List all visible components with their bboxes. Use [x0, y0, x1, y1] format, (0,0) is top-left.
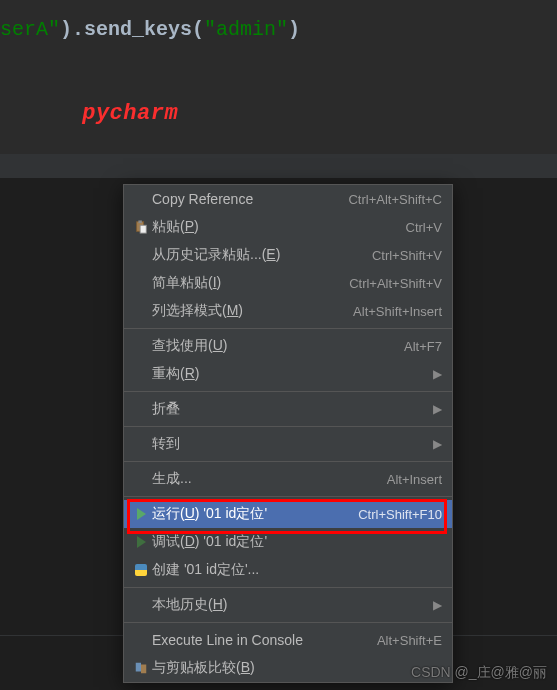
menu-shortcut: Alt+Insert — [387, 472, 442, 487]
menu-shortcut: Alt+Shift+Insert — [353, 304, 442, 319]
svg-rect-4 — [141, 665, 146, 674]
menu-copy-reference[interactable]: Copy Reference Ctrl+Alt+Shift+C — [124, 185, 452, 213]
annotation-text: pycharm — [0, 101, 557, 126]
menu-local-history[interactable]: 本地历史(H) ▶ — [124, 591, 452, 619]
menu-paste[interactable]: 粘贴(P) Ctrl+V — [124, 213, 452, 241]
menu-label: 列选择模式(M) — [152, 302, 343, 320]
menu-label: 生成... — [152, 470, 377, 488]
menu-label: 粘贴(P) — [152, 218, 396, 236]
debug-icon — [130, 536, 152, 548]
menu-label: 从历史记录粘贴...(E) — [152, 246, 362, 264]
menu-separator — [124, 587, 452, 588]
menu-label: 创建 '01 id定位'... — [152, 561, 442, 579]
paste-icon — [130, 220, 152, 234]
menu-label: 运行(U) '01 id定位' — [152, 505, 348, 523]
menu-shortcut: Ctrl+Alt+Shift+C — [348, 192, 442, 207]
menu-label: 与剪贴板比较(B) — [152, 659, 442, 677]
menu-label: Copy Reference — [152, 191, 338, 207]
svg-rect-1 — [138, 220, 142, 223]
menu-folding[interactable]: 折叠 ▶ — [124, 395, 452, 423]
editor-code-area[interactable]: serA").send_keys("admin") pycharm — [0, 0, 557, 154]
chevron-right-icon: ▶ — [433, 402, 442, 416]
watermark: CSDN @_庄@雅@丽 — [411, 664, 547, 682]
menu-label: 查找使用(U) — [152, 337, 394, 355]
menu-paste-from-history[interactable]: 从历史记录粘贴...(E) Ctrl+Shift+V — [124, 241, 452, 269]
menu-run[interactable]: 运行(U) '01 id定位' Ctrl+Shift+F10 — [124, 500, 452, 528]
chevron-right-icon: ▶ — [433, 367, 442, 381]
menu-separator — [124, 328, 452, 329]
menu-separator — [124, 391, 452, 392]
menu-shortcut: Ctrl+V — [406, 220, 442, 235]
separator-band — [0, 154, 557, 178]
menu-label: 简单粘贴(I) — [152, 274, 339, 292]
menu-find-usages[interactable]: 查找使用(U) Alt+F7 — [124, 332, 452, 360]
svg-rect-2 — [140, 225, 146, 233]
svg-rect-3 — [136, 663, 141, 672]
chevron-right-icon: ▶ — [433, 598, 442, 612]
code-line: serA").send_keys("admin") — [0, 18, 557, 41]
menu-debug[interactable]: 调试(D) '01 id定位' — [124, 528, 452, 556]
python-icon — [130, 564, 152, 576]
menu-label: 折叠 — [152, 400, 425, 418]
menu-shortcut: Ctrl+Alt+Shift+V — [349, 276, 442, 291]
menu-goto[interactable]: 转到 ▶ — [124, 430, 452, 458]
chevron-right-icon: ▶ — [433, 437, 442, 451]
menu-create-run-config[interactable]: 创建 '01 id定位'... — [124, 556, 452, 584]
compare-clipboard-icon — [130, 661, 152, 675]
menu-execute-line-console[interactable]: Execute Line in Console Alt+Shift+E — [124, 626, 452, 654]
menu-separator — [124, 461, 452, 462]
menu-column-selection[interactable]: 列选择模式(M) Alt+Shift+Insert — [124, 297, 452, 325]
context-menu: Copy Reference Ctrl+Alt+Shift+C 粘贴(P) Ct… — [123, 184, 453, 683]
menu-label: Execute Line in Console — [152, 632, 367, 648]
menu-generate[interactable]: 生成... Alt+Insert — [124, 465, 452, 493]
menu-label: 本地历史(H) — [152, 596, 425, 614]
menu-compare-clipboard[interactable]: 与剪贴板比较(B) — [124, 654, 452, 682]
menu-label: 转到 — [152, 435, 425, 453]
menu-shortcut: Alt+F7 — [404, 339, 442, 354]
menu-shortcut: Ctrl+Shift+F10 — [358, 507, 442, 522]
play-icon — [130, 508, 152, 520]
menu-paste-simple[interactable]: 简单粘贴(I) Ctrl+Alt+Shift+V — [124, 269, 452, 297]
menu-label: 重构(R) — [152, 365, 425, 383]
menu-separator — [124, 426, 452, 427]
menu-shortcut: Ctrl+Shift+V — [372, 248, 442, 263]
menu-separator — [124, 496, 452, 497]
menu-label: 调试(D) '01 id定位' — [152, 533, 442, 551]
menu-shortcut: Alt+Shift+E — [377, 633, 442, 648]
menu-separator — [124, 622, 452, 623]
menu-refactor[interactable]: 重构(R) ▶ — [124, 360, 452, 388]
